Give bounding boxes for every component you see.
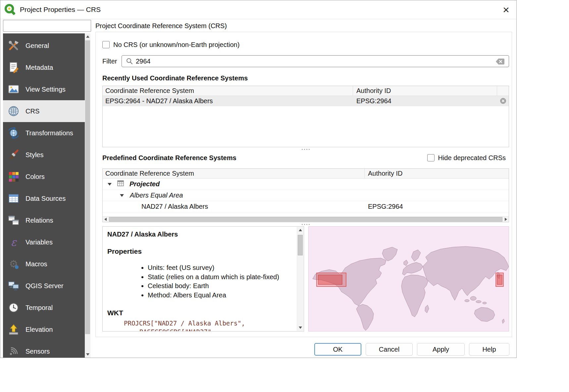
horizontal-scrollbar-thumb[interactable]: [109, 217, 502, 222]
property-item: Static (relies on a datum which is plate…: [148, 273, 292, 282]
apply-button[interactable]: Apply: [417, 343, 465, 356]
sidebar-item-qgis-server[interactable]: QGIS Server: [3, 275, 85, 297]
recent-crs-table: Coordinate Reference System Authority ID…: [102, 86, 509, 147]
search-icon: [126, 58, 133, 65]
property-item: Units: feet (US survey): [148, 263, 292, 273]
hide-deprecated-checkbox[interactable]: [427, 154, 435, 161]
remove-recent-crs-icon[interactable]: [500, 98, 506, 104]
no-crs-label: No CRS (or unknown/non-Earth projection): [113, 41, 239, 49]
sidebar-item-view-settings[interactable]: View Settings: [3, 78, 85, 100]
scroll-down-icon[interactable]: [297, 325, 304, 331]
predefined-col-authority[interactable]: Authority ID: [365, 169, 509, 178]
wkt-heading: WKT: [107, 309, 292, 317]
project-properties-dialog: Project Properties — CRS ×: [0, 0, 517, 358]
linked-tables-icon: [7, 214, 20, 227]
grid-table-icon: [117, 180, 124, 188]
section-splitter-handle[interactable]: [102, 147, 509, 151]
recent-col-extra: [497, 86, 509, 96]
wkt-line: BASEGEOGCRS["NAD27",: [139, 327, 292, 331]
world-extent-map: [309, 227, 509, 331]
elevation-arrow-icon: [7, 323, 20, 336]
window-title: Project Properties — CRS: [20, 6, 101, 14]
crs-properties-list: Units: feet (US survey) Static (relies o…: [107, 263, 292, 300]
details-scrollbar-thumb[interactable]: [298, 235, 303, 255]
crs-extent-map-panel: [308, 226, 509, 331]
scroll-down-icon[interactable]: [85, 351, 90, 358]
sidebar-scrollbar[interactable]: [85, 33, 90, 358]
property-item: Celestial body: Earth: [148, 282, 292, 291]
sidebar-list: General Metadata: [3, 33, 85, 358]
crs-details-title: NAD27 / Alaska Albers: [107, 231, 292, 238]
clear-filter-icon[interactable]: [495, 58, 505, 66]
sidebar-item-relations[interactable]: Relations: [3, 209, 85, 231]
properties-heading: Properties: [107, 247, 292, 255]
chevron-down-icon[interactable]: [120, 194, 124, 197]
document-pencil-icon: [7, 61, 20, 74]
crs-details-panel: NAD27 / Alaska Albers Properties Units: …: [102, 226, 304, 331]
gear-icon: ⚙: [7, 257, 20, 271]
ok-button[interactable]: OK: [314, 343, 361, 356]
filter-input-box[interactable]: [122, 55, 509, 67]
scroll-up-icon[interactable]: [297, 227, 304, 233]
scroll-right-icon[interactable]: [503, 217, 509, 222]
sidebar-item-styles[interactable]: Styles: [3, 144, 85, 166]
sidebar-search-input[interactable]: [8, 22, 89, 29]
hide-deprecated-label: Hide deprecated CRSs: [438, 154, 506, 162]
chevron-down-icon[interactable]: [108, 183, 112, 186]
paintbrush-icon: [7, 148, 20, 161]
sidebar-item-general[interactable]: General: [3, 35, 85, 57]
sidebar-scrollbar-thumb[interactable]: [85, 40, 90, 334]
recent-col-crs[interactable]: Coordinate Reference System: [103, 86, 353, 96]
settings-sidebar: General Metadata: [0, 20, 91, 358]
sidebar-item-temporal[interactable]: Temporal: [3, 297, 85, 319]
color-palette-icon: [7, 170, 20, 183]
clock-icon: [7, 301, 20, 314]
tree-group-projected[interactable]: Projected: [103, 179, 509, 190]
sensor-waves-icon: [7, 345, 20, 358]
globe-arrows-icon: [7, 126, 20, 140]
epsilon-icon: ε: [7, 236, 20, 249]
cancel-button[interactable]: Cancel: [366, 343, 413, 356]
sidebar-item-transformations[interactable]: Transformations: [3, 122, 85, 144]
sidebar-item-variables[interactable]: ε Variables: [3, 231, 85, 253]
recent-table-empty-area: [103, 106, 509, 147]
filter-label: Filter: [102, 58, 122, 65]
sidebar-item-data-sources[interactable]: Data Sources: [3, 188, 85, 209]
no-crs-checkbox[interactable]: [102, 41, 110, 48]
predefined-col-crs[interactable]: Coordinate Reference System: [103, 169, 365, 178]
qgis-logo-icon: [4, 3, 16, 16]
recent-crs-heading: Recently Used Coordinate Reference Syste…: [102, 74, 509, 83]
crs-group-box: No CRS (or unknown/non-Earth projection)…: [95, 32, 512, 337]
sidebar-item-crs[interactable]: CRS: [3, 100, 85, 122]
page-title: Project Coordinate Reference System (CRS…: [95, 22, 227, 30]
wkt-code-block: PROJCRS["NAD27 / Alaska Albers", BASEGEO…: [107, 319, 292, 331]
image-icon: [7, 83, 20, 96]
details-scrollbar[interactable]: [297, 227, 303, 331]
title-bar[interactable]: Project Properties — CRS ×: [0, 0, 516, 19]
wkt-line: PROJCRS["NAD27 / Alaska Albers",: [124, 319, 292, 327]
close-button[interactable]: ×: [498, 3, 514, 17]
sidebar-item-elevation[interactable]: Elevation: [3, 319, 85, 340]
section-splitter-handle[interactable]: [102, 222, 509, 226]
sidebar-search-box[interactable]: [3, 20, 91, 32]
recent-col-authority[interactable]: Authority ID: [353, 86, 497, 96]
predefined-crs-heading: Predefined Coordinate Reference Systems: [102, 153, 236, 162]
filter-input[interactable]: [136, 58, 494, 65]
sidebar-item-metadata[interactable]: Metadata: [3, 57, 85, 78]
sidebar-item-colors[interactable]: Colors: [3, 166, 85, 188]
help-button[interactable]: Help: [469, 343, 509, 356]
tree-subgroup-albers-equal-area[interactable]: Albers Equal Area: [103, 190, 509, 201]
globe-grid-icon: [7, 105, 20, 118]
sidebar-item-macros[interactable]: ⚙ Macros: [3, 253, 85, 275]
tree-leaf-nad27-alaska-albers[interactable]: NAD27 / Alaska Albers EPSG:2964: [103, 201, 509, 212]
scroll-left-icon[interactable]: [103, 217, 108, 222]
scroll-up-icon[interactable]: [85, 33, 90, 40]
predefined-horizontal-scrollbar[interactable]: [103, 216, 509, 222]
table-icon: [7, 192, 20, 205]
recent-crs-row[interactable]: EPSG:2964 - NAD27 / Alaska Albers EPSG:2…: [103, 96, 509, 106]
predefined-table-empty-area: [103, 212, 509, 216]
sidebar-item-sensors[interactable]: Sensors: [3, 340, 85, 358]
server-monitors-icon: [7, 279, 20, 292]
tools-icon: [7, 39, 20, 52]
dialog-button-box: OK Cancel Apply Help: [95, 343, 509, 356]
